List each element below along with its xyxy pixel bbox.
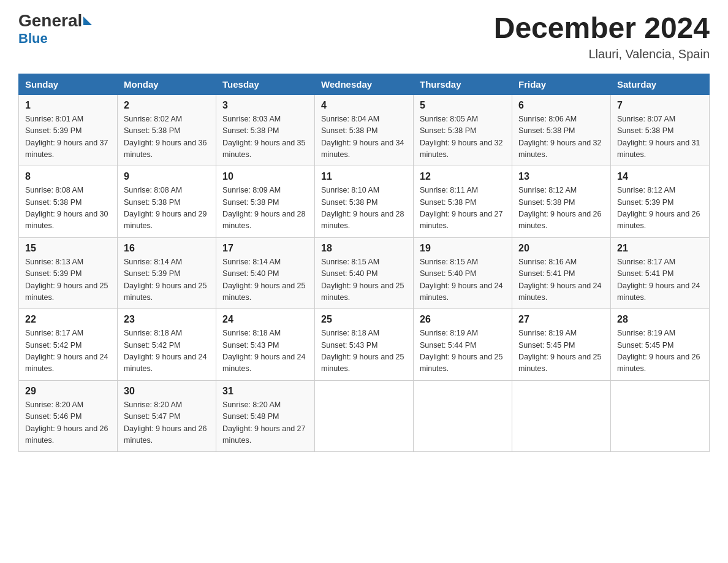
day-cell: 26Sunrise: 8:19 AMSunset: 5:44 PMDayligh…: [414, 309, 512, 381]
day-cell: 11Sunrise: 8:10 AMSunset: 5:38 PMDayligh…: [315, 166, 414, 238]
day-cell: 19Sunrise: 8:15 AMSunset: 5:40 PMDayligh…: [414, 237, 512, 309]
week-row-1: 1Sunrise: 8:01 AMSunset: 5:39 PMDaylight…: [19, 94, 710, 166]
day-cell: 3Sunrise: 8:03 AMSunset: 5:38 PMDaylight…: [216, 94, 315, 166]
day-cell: 27Sunrise: 8:19 AMSunset: 5:45 PMDayligh…: [512, 309, 611, 381]
day-number: 31: [222, 386, 308, 397]
day-cell: 16Sunrise: 8:14 AMSunset: 5:39 PMDayligh…: [118, 237, 216, 309]
day-info: Sunrise: 8:07 AMSunset: 5:38 PMDaylight:…: [617, 113, 703, 161]
day-number: 20: [518, 243, 604, 254]
day-number: 2: [124, 100, 210, 111]
day-info: Sunrise: 8:18 AMSunset: 5:42 PMDaylight:…: [124, 327, 210, 375]
day-info: Sunrise: 8:05 AMSunset: 5:38 PMDaylight:…: [420, 113, 506, 161]
day-number: 1: [25, 100, 111, 111]
day-info: Sunrise: 8:17 AMSunset: 5:42 PMDaylight:…: [25, 327, 111, 375]
header-sunday: Sunday: [19, 74, 118, 94]
day-info: Sunrise: 8:06 AMSunset: 5:38 PMDaylight:…: [518, 113, 604, 161]
page-title: December 2024: [494, 12, 710, 45]
day-cell: 25Sunrise: 8:18 AMSunset: 5:43 PMDayligh…: [315, 309, 414, 381]
day-number: 22: [25, 314, 111, 325]
day-cell: 22Sunrise: 8:17 AMSunset: 5:42 PMDayligh…: [19, 309, 118, 381]
day-number: 18: [321, 243, 407, 254]
day-number: 23: [124, 314, 210, 325]
day-cell: 29Sunrise: 8:20 AMSunset: 5:46 PMDayligh…: [19, 380, 118, 452]
page-subtitle: Llauri, Valencia, Spain: [494, 47, 710, 61]
calendar-table: SundayMondayTuesdayWednesdayThursdayFrid…: [18, 74, 710, 453]
day-cell: 18Sunrise: 8:15 AMSunset: 5:40 PMDayligh…: [315, 237, 414, 309]
day-info: Sunrise: 8:12 AMSunset: 5:39 PMDaylight:…: [617, 185, 703, 232]
day-info: Sunrise: 8:14 AMSunset: 5:39 PMDaylight:…: [124, 256, 210, 304]
day-info: Sunrise: 8:02 AMSunset: 5:38 PMDaylight:…: [124, 113, 210, 161]
day-number: 8: [25, 171, 111, 182]
day-info: Sunrise: 8:04 AMSunset: 5:38 PMDaylight:…: [321, 113, 407, 161]
day-cell: 20Sunrise: 8:16 AMSunset: 5:41 PMDayligh…: [512, 237, 611, 309]
day-number: 24: [222, 314, 308, 325]
day-number: 29: [25, 386, 111, 397]
day-number: 17: [222, 243, 308, 254]
day-number: 10: [222, 171, 308, 182]
logo-triangle-icon: [83, 17, 92, 25]
day-number: 15: [25, 243, 111, 254]
day-number: 16: [124, 243, 210, 254]
day-number: 27: [518, 314, 604, 325]
day-info: Sunrise: 8:19 AMSunset: 5:45 PMDaylight:…: [617, 327, 703, 375]
day-info: Sunrise: 8:17 AMSunset: 5:41 PMDaylight:…: [617, 256, 703, 304]
header-thursday: Thursday: [414, 74, 512, 94]
logo: General Blue: [18, 12, 92, 47]
day-info: Sunrise: 8:15 AMSunset: 5:40 PMDaylight:…: [321, 256, 407, 304]
header-saturday: Saturday: [611, 74, 710, 94]
day-cell: 31Sunrise: 8:20 AMSunset: 5:48 PMDayligh…: [216, 380, 315, 452]
day-cell: 13Sunrise: 8:12 AMSunset: 5:38 PMDayligh…: [512, 166, 611, 238]
day-info: Sunrise: 8:18 AMSunset: 5:43 PMDaylight:…: [222, 327, 308, 375]
day-info: Sunrise: 8:08 AMSunset: 5:38 PMDaylight:…: [25, 185, 111, 232]
day-number: 4: [321, 100, 407, 111]
day-info: Sunrise: 8:16 AMSunset: 5:41 PMDaylight:…: [518, 256, 604, 304]
day-info: Sunrise: 8:03 AMSunset: 5:38 PMDaylight:…: [222, 113, 308, 161]
page-header: General Blue December 2024 Llauri, Valen…: [18, 12, 710, 61]
day-number: 26: [420, 314, 506, 325]
day-info: Sunrise: 8:14 AMSunset: 5:40 PMDaylight:…: [222, 256, 308, 304]
calendar-header-row: SundayMondayTuesdayWednesdayThursdayFrid…: [19, 74, 710, 94]
day-cell: [315, 380, 414, 452]
day-number: 14: [617, 171, 703, 182]
day-info: Sunrise: 8:11 AMSunset: 5:38 PMDaylight:…: [420, 185, 506, 232]
day-cell: 21Sunrise: 8:17 AMSunset: 5:41 PMDayligh…: [611, 237, 710, 309]
day-number: 11: [321, 171, 407, 182]
day-number: 5: [420, 100, 506, 111]
week-row-3: 15Sunrise: 8:13 AMSunset: 5:39 PMDayligh…: [19, 237, 710, 309]
day-cell: [414, 380, 512, 452]
day-info: Sunrise: 8:20 AMSunset: 5:48 PMDaylight:…: [222, 399, 308, 447]
day-number: 12: [420, 171, 506, 182]
header-friday: Friday: [512, 74, 611, 94]
day-cell: 14Sunrise: 8:12 AMSunset: 5:39 PMDayligh…: [611, 166, 710, 238]
day-cell: 15Sunrise: 8:13 AMSunset: 5:39 PMDayligh…: [19, 237, 118, 309]
day-cell: [611, 380, 710, 452]
logo-general-text: General: [18, 12, 82, 29]
day-cell: 9Sunrise: 8:08 AMSunset: 5:38 PMDaylight…: [118, 166, 216, 238]
header-tuesday: Tuesday: [216, 74, 315, 94]
day-number: 19: [420, 243, 506, 254]
day-info: Sunrise: 8:18 AMSunset: 5:43 PMDaylight:…: [321, 327, 407, 375]
day-info: Sunrise: 8:09 AMSunset: 5:38 PMDaylight:…: [222, 185, 308, 232]
day-cell: 17Sunrise: 8:14 AMSunset: 5:40 PMDayligh…: [216, 237, 315, 309]
day-number: 7: [617, 100, 703, 111]
day-cell: 2Sunrise: 8:02 AMSunset: 5:38 PMDaylight…: [118, 94, 216, 166]
day-number: 6: [518, 100, 604, 111]
week-row-2: 8Sunrise: 8:08 AMSunset: 5:38 PMDaylight…: [19, 166, 710, 238]
day-cell: 1Sunrise: 8:01 AMSunset: 5:39 PMDaylight…: [19, 94, 118, 166]
day-cell: 6Sunrise: 8:06 AMSunset: 5:38 PMDaylight…: [512, 94, 611, 166]
day-number: 30: [124, 386, 210, 397]
day-info: Sunrise: 8:13 AMSunset: 5:39 PMDaylight:…: [25, 256, 111, 304]
logo-blue-text: Blue: [18, 31, 92, 47]
day-info: Sunrise: 8:20 AMSunset: 5:46 PMDaylight:…: [25, 399, 111, 447]
day-cell: 5Sunrise: 8:05 AMSunset: 5:38 PMDaylight…: [414, 94, 512, 166]
day-info: Sunrise: 8:01 AMSunset: 5:39 PMDaylight:…: [25, 113, 111, 161]
day-cell: 10Sunrise: 8:09 AMSunset: 5:38 PMDayligh…: [216, 166, 315, 238]
week-row-5: 29Sunrise: 8:20 AMSunset: 5:46 PMDayligh…: [19, 380, 710, 452]
day-info: Sunrise: 8:08 AMSunset: 5:38 PMDaylight:…: [124, 185, 210, 232]
week-row-4: 22Sunrise: 8:17 AMSunset: 5:42 PMDayligh…: [19, 309, 710, 381]
day-cell: [512, 380, 611, 452]
day-cell: 7Sunrise: 8:07 AMSunset: 5:38 PMDaylight…: [611, 94, 710, 166]
title-section: December 2024 Llauri, Valencia, Spain: [494, 12, 710, 61]
day-number: 3: [222, 100, 308, 111]
day-number: 21: [617, 243, 703, 254]
